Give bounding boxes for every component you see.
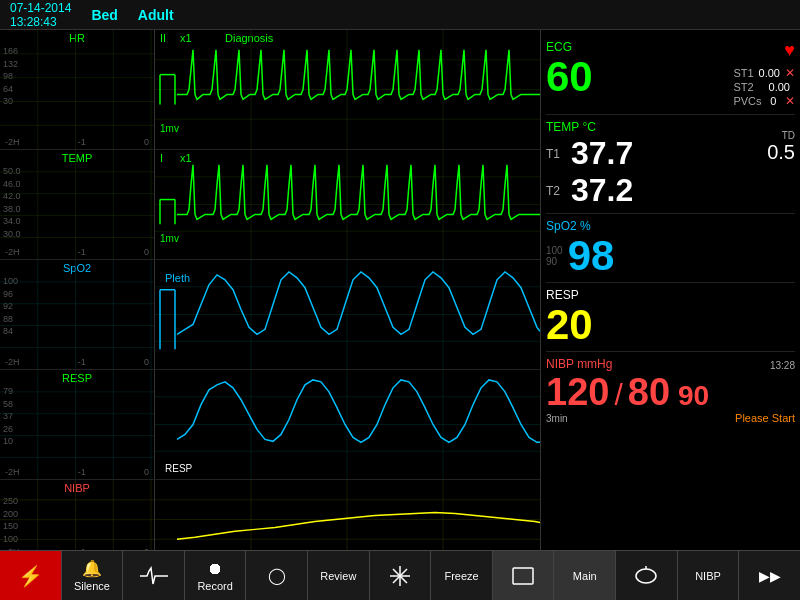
review-circle-icon: ◯ [268, 566, 286, 585]
freeze-button[interactable]: Freeze [431, 551, 493, 600]
silence-label: Silence [74, 580, 110, 592]
st2-label: ST2 [733, 81, 753, 93]
nibp-please-start: Please Start [735, 412, 795, 424]
record-label: Record [197, 580, 232, 592]
header: 07-14-2014 13:28:43 Bed Adult [0, 0, 800, 30]
nibp-interval: 3min [546, 413, 568, 424]
spo2-right-section: SpO2 % 100 90 98 [546, 219, 795, 283]
svg-rect-82 [513, 568, 533, 584]
nibp-section: NIBP 250 200 150 100 -2H-10 [0, 480, 540, 550]
st1-value: 0.00 [759, 67, 780, 79]
next-icon: ▶▶ [759, 568, 781, 584]
nibp-label: NIBP [695, 570, 721, 582]
ecg-waveform-icon [140, 566, 168, 586]
pvcs-x-icon: ✕ [785, 94, 795, 108]
td-label: TD [767, 130, 795, 141]
resp-right-title: RESP [546, 288, 795, 302]
t2-value: 37.2 [571, 173, 633, 208]
ecg-waveform: II x1 Diagnosis 1mv [155, 30, 540, 149]
resp-value: 20 [546, 304, 795, 346]
td-value: 0.5 [767, 141, 795, 164]
main-screen-icon [511, 566, 535, 586]
nibp-cuff-icon [634, 566, 658, 586]
temp-section: TEMP 50.0 46.0 42.0 38.0 34.0 30.0 -2 [0, 150, 540, 260]
resp-right-section: RESP 20 [546, 288, 795, 352]
record-button[interactable]: ⏺ Record [185, 551, 247, 600]
datetime-display: 07-14-2014 13:28:43 [10, 1, 71, 29]
spo2-range-high: 100 [546, 245, 563, 256]
ecg-section: HR 166 132 98 64 30 -2H-10 [0, 30, 540, 150]
alarm-button[interactable]: ⚡ [0, 551, 62, 600]
nibp-systolic: 120 [546, 373, 609, 411]
spo2-waveform: Pleth [155, 260, 540, 369]
review-label: Review [320, 570, 356, 582]
ecg-mv-marker: 1mv [160, 123, 179, 134]
bed-label: Bed [91, 7, 117, 23]
ecg-left-panel: HR 166 132 98 64 30 -2H-10 [0, 30, 155, 149]
alarm-icon: ⚡ [18, 564, 43, 588]
t2-label: T2 [546, 184, 566, 198]
nibp-separator: / [614, 378, 622, 412]
next-button[interactable]: ▶▶ [739, 551, 800, 600]
st1-label: ST1 [733, 67, 753, 79]
spo2-range-low: 90 [546, 256, 557, 267]
nibp-icon-button[interactable] [616, 551, 678, 600]
nibp-right-title: NIBP mmHg [546, 357, 612, 371]
review-icon-button[interactable]: ◯ [246, 551, 308, 600]
st2-value: 0.00 [769, 81, 790, 93]
t1-label: T1 [546, 147, 566, 161]
record-icon: ⏺ [207, 560, 223, 578]
spo2-section: SpO2 100 96 92 88 84 -2H-10 [0, 260, 540, 370]
resp-waveform: RESP [155, 370, 540, 479]
resp-section: RESP 79 58 37 26 10 -2H-10 [0, 370, 540, 480]
ecg-icon-button[interactable] [123, 551, 185, 600]
nibp-button[interactable]: NIBP [678, 551, 740, 600]
ecg-right-title: ECG [546, 40, 593, 54]
review-button[interactable]: Review [308, 551, 370, 600]
temp-right-title: TEMP °C [546, 120, 633, 134]
toolbar: ⚡ 🔔 Silence ⏺ Record ◯ Review Freeze [0, 550, 800, 600]
nibp-left-panel: NIBP 250 200 150 100 -2H-10 [0, 480, 155, 550]
main-label: Main [573, 570, 597, 582]
nibp-waveform [155, 480, 540, 550]
patient-type: Adult [138, 7, 174, 23]
silence-icon: 🔔 [82, 559, 102, 578]
resp-wave-label: RESP [165, 463, 192, 474]
silence-button[interactable]: 🔔 Silence [62, 551, 124, 600]
main-icon-button[interactable] [493, 551, 555, 600]
temp-waveform: I x1 1mv [155, 150, 540, 259]
ecg-right-section: ECG 60 ♥ ST1 0.00 ✕ ST2 0.00 PVCs 0 ✕ [546, 35, 795, 115]
freeze-label: Freeze [444, 570, 478, 582]
waveform-area: HR 166 132 98 64 30 -2H-10 [0, 30, 540, 550]
nibp-map: 90 [678, 382, 709, 410]
temp-right-section: TEMP °C T1 37.7 T2 37.2 TD 0.5 [546, 120, 795, 214]
ecg-hr-value: 60 [546, 56, 593, 98]
t1-value: 37.7 [571, 136, 633, 171]
st1-x-icon: ✕ [785, 66, 795, 80]
freeze-icon [388, 566, 412, 586]
temp-left-panel: TEMP 50.0 46.0 42.0 38.0 34.0 30.0 -2 [0, 150, 155, 259]
spo2-right-title: SpO2 % [546, 219, 614, 233]
nibp-diastolic: 80 [628, 373, 670, 411]
nibp-time: 13:28 [770, 360, 795, 371]
nibp-right-section: NIBP mmHg 13:28 120 / 80 90 3min Please … [546, 357, 795, 429]
svg-point-83 [636, 569, 656, 583]
heart-icon: ♥ [733, 40, 795, 61]
main-button[interactable]: Main [554, 551, 616, 600]
spo2-value: 98 [568, 235, 615, 277]
temp-mv-marker: 1mv [160, 233, 179, 244]
freeze-icon-button[interactable] [370, 551, 432, 600]
pvcs-value: 0 [770, 95, 776, 107]
right-panel: ECG 60 ♥ ST1 0.00 ✕ ST2 0.00 PVCs 0 ✕ [540, 30, 800, 550]
pvcs-label: PVCs [733, 95, 761, 107]
spo2-left-panel: SpO2 100 96 92 88 84 -2H-10 [0, 260, 155, 369]
resp-left-panel: RESP 79 58 37 26 10 -2H-10 [0, 370, 155, 479]
